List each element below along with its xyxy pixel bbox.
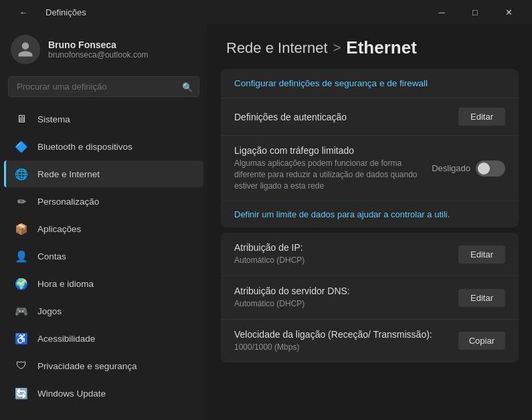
personalizacao-icon: ✏ [15, 195, 28, 208]
breadcrumb-parent: Rede e Internet [226, 39, 328, 57]
sidebar-item-jogos[interactable]: 🎮 Jogos [4, 298, 203, 324]
maximize-button[interactable]: □ [460, 3, 491, 21]
rede-icon: 🌐 [15, 167, 28, 181]
main-content: Rede e Internet > Ethernet Configurar de… [207, 24, 532, 420]
user-avatar-icon [17, 41, 34, 58]
network-details-section: Atribuição de IP: Automático (DHCP) Edit… [221, 233, 519, 362]
ip-label: Atribuição de IP: [234, 242, 448, 253]
sidebar-item-sistema[interactable]: 🖥 Sistema [4, 106, 203, 132]
sidebar-item-label-acessibilidade: Acessibilidade [37, 334, 95, 344]
page-header: Rede e Internet > Ethernet [207, 24, 532, 69]
sidebar-item-bluetooth[interactable]: 🔷 Bluetooth e dispositivos [4, 133, 203, 160]
sidebar-item-windows[interactable]: 🔄 Windows Update [4, 380, 203, 407]
breadcrumb: Rede e Internet > Ethernet [226, 37, 513, 58]
privacidade-icon: 🛡 [15, 359, 28, 373]
autenticacao-info: Definições de autenticação [234, 112, 458, 122]
sidebar-item-label-jogos: Jogos [37, 306, 62, 316]
user-email: brunofonseca@outlook.com [48, 50, 149, 60]
dns-row: Atribuição do servidor DNS: Automático (… [221, 276, 519, 320]
ligacao-limitada-label: Ligação com tráfego limitado [234, 145, 421, 156]
sidebar-item-label-rede: Rede e Internet [37, 169, 100, 179]
security-section: Configurar definições de segurança e de … [221, 69, 519, 227]
dns-info: Atribuição do servidor DNS: Automático (… [234, 286, 458, 310]
sidebar-item-rede[interactable]: 🌐 Rede e Internet [4, 161, 203, 187]
app-title: Definições [46, 7, 86, 17]
hora-icon: 🌍 [15, 277, 28, 290]
user-name: Bruno Fonseca [48, 39, 149, 50]
sidebar-item-acessibilidade[interactable]: ♿ Acessibilidade [4, 325, 203, 352]
jogos-icon: 🎮 [15, 304, 28, 318]
autenticacao-row: Definições de autenticação Editar [221, 98, 519, 136]
sidebar-item-aplicacoes[interactable]: 📦 Aplicações [4, 215, 203, 242]
ligacao-toggle[interactable] [476, 161, 505, 177]
velocidade-info: Velocidade da ligação (Receção/ Transmis… [234, 329, 458, 353]
sidebar-item-label-hora: Hora e idioma [37, 279, 94, 289]
data-limit-link[interactable]: Definir um limite de dados para ajudar a… [221, 201, 519, 227]
velocidade-row: Velocidade da ligação (Receção/ Transmis… [221, 320, 519, 362]
ligacao-limitada-description: Algumas aplicações podem funcionar de fo… [234, 158, 421, 191]
dns-label: Atribuição do servidor DNS: [234, 286, 448, 296]
breadcrumb-current: Ethernet [346, 37, 416, 58]
sidebar-item-label-sistema: Sistema [37, 114, 70, 124]
ligacao-limitada-row: Ligação com tráfego limitado Algumas apl… [221, 136, 519, 201]
ip-edit-button[interactable]: Editar [458, 245, 505, 264]
settings-content: Configurar definições de segurança e de … [207, 69, 532, 420]
sistema-icon: 🖥 [15, 112, 28, 126]
aplicacoes-icon: 📦 [15, 222, 28, 235]
minimize-button[interactable]: ─ [426, 3, 457, 21]
ligacao-limitada-info: Ligação com tráfego limitado Algumas apl… [234, 145, 432, 191]
sidebar-item-personalizacao[interactable]: ✏ Personalização [4, 188, 203, 215]
ip-value: Automático (DHCP) [234, 255, 448, 266]
search-icon: 🔍 [182, 82, 193, 92]
toggle-container: Desligado [432, 161, 505, 177]
toggle-label: Desligado [432, 163, 470, 173]
velocidade-label: Velocidade da ligação (Receção/ Transmis… [234, 329, 448, 340]
dns-edit-button[interactable]: Editar [458, 289, 505, 307]
titlebar-left: ← Definições [8, 3, 86, 21]
sidebar-item-label-contas: Contas [37, 251, 66, 261]
velocidade-value: 1000/1000 (Mbps) [234, 342, 448, 353]
user-info: Bruno Fonseca brunofonseca@outlook.com [48, 39, 149, 60]
close-button[interactable]: ✕ [493, 3, 524, 21]
app-body: Bruno Fonseca brunofonseca@outlook.com 🔍… [0, 24, 532, 420]
avatar [11, 35, 40, 64]
sidebar-item-hora[interactable]: 🌍 Hora e idioma [4, 270, 203, 297]
breadcrumb-sep: > [333, 40, 341, 56]
sidebar: Bruno Fonseca brunofonseca@outlook.com 🔍… [0, 24, 207, 420]
user-section: Bruno Fonseca brunofonseca@outlook.com [0, 24, 207, 72]
sidebar-item-label-bluetooth: Bluetooth e dispositivos [37, 142, 132, 152]
dns-value: Automático (DHCP) [234, 298, 448, 310]
sidebar-item-label-personalizacao: Personalização [37, 197, 99, 207]
ip-row: Atribuição de IP: Automático (DHCP) Edit… [221, 233, 519, 276]
windows-icon: 🔄 [15, 387, 28, 400]
sidebar-item-label-privacidade: Privacidade e segurança [37, 361, 137, 371]
titlebar: ← Definições ─ □ ✕ [0, 0, 532, 24]
nav-menu: 🖥 Sistema 🔷 Bluetooth e dispositivos 🌐 R… [0, 105, 207, 407]
search-bar: 🔍 [8, 76, 199, 97]
autenticacao-label: Definições de autenticação [234, 112, 448, 122]
ip-info: Atribuição de IP: Automático (DHCP) [234, 242, 458, 266]
sidebar-item-label-windows: Windows Update [37, 389, 106, 399]
search-input[interactable] [8, 76, 199, 97]
titlebar-controls: ─ □ ✕ [426, 3, 524, 21]
sidebar-item-label-aplicacoes: Aplicações [37, 224, 81, 234]
velocidade-copy-button[interactable]: Copiar [458, 332, 505, 350]
back-button[interactable]: ← [8, 3, 39, 21]
sidebar-item-contas[interactable]: 👤 Contas [4, 243, 203, 270]
autenticacao-edit-button[interactable]: Editar [458, 108, 505, 126]
security-link[interactable]: Configurar definições de segurança e de … [221, 69, 519, 98]
bluetooth-icon: 🔷 [15, 140, 28, 153]
contas-icon: 👤 [15, 249, 28, 263]
sidebar-item-privacidade[interactable]: 🛡 Privacidade e segurança [4, 352, 203, 379]
acessibilidade-icon: ♿ [15, 332, 28, 345]
